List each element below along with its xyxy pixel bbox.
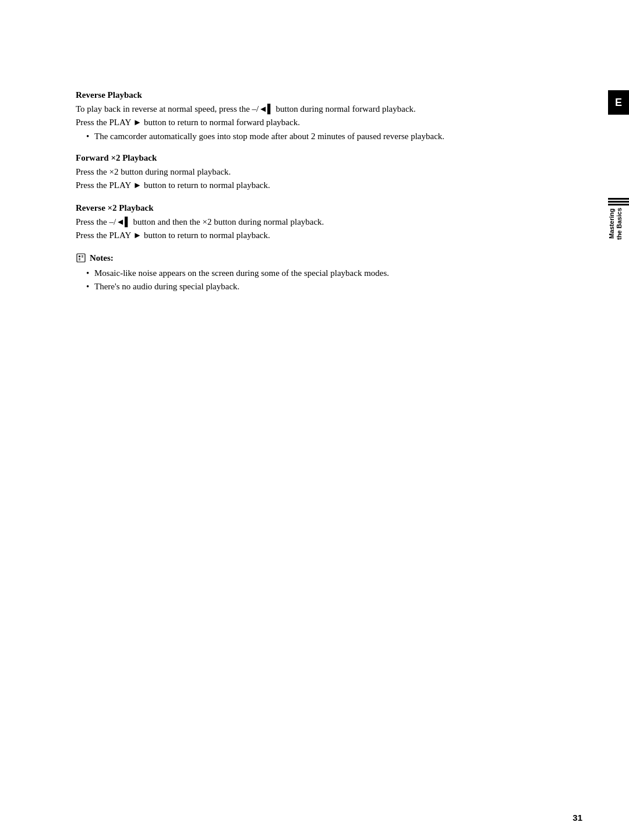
section-forward-x2: Forward ×2 Playback Press the ×2 button … bbox=[76, 153, 518, 193]
side-label-text: Masteringthe Basics bbox=[608, 208, 629, 240]
section-title-forward-x2: Forward ×2 Playback bbox=[76, 153, 518, 163]
notes-bullets: Mosaic-like noise appears on the screen … bbox=[86, 267, 518, 293]
section-body-reverse-x2: Press the –/◄▌ button and then the ×2 bu… bbox=[76, 215, 518, 243]
svg-rect-5 bbox=[82, 257, 83, 257]
page-content: Reverse Playback To play back in reverse… bbox=[76, 90, 518, 793]
reverse-x2-para1: Press the –/◄▌ button and then the ×2 bu… bbox=[76, 215, 518, 229]
section-reverse-playback: Reverse Playback To play back in reverse… bbox=[76, 90, 518, 143]
forward-x2-para1: Press the ×2 button during normal playba… bbox=[76, 165, 518, 179]
side-label-container: Masteringthe Basics bbox=[599, 198, 629, 240]
section-body-forward-x2: Press the ×2 button during normal playba… bbox=[76, 165, 518, 193]
side-decoration-lines bbox=[608, 198, 629, 205]
reverse-x2-para2: Press the PLAY ► button to return to nor… bbox=[76, 229, 518, 242]
tab-e: E bbox=[608, 90, 629, 115]
reverse-playback-para2: Press the PLAY ► button to return to nor… bbox=[76, 116, 518, 129]
notes-bullet1: Mosaic-like noise appears on the screen … bbox=[86, 267, 518, 280]
svg-rect-0 bbox=[77, 254, 85, 262]
notes-icon bbox=[76, 253, 86, 263]
svg-rect-1 bbox=[79, 256, 80, 257]
page-number: 31 bbox=[573, 813, 582, 823]
reverse-playback-bullet1: The camcorder automatically goes into st… bbox=[86, 130, 518, 143]
notes-bullet2: There's no audio during special playback… bbox=[86, 280, 518, 293]
section-body-reverse-playback: To play back in reverse at normal speed,… bbox=[76, 102, 518, 143]
notes-label: Notes: bbox=[90, 253, 114, 263]
notes-header: Notes: bbox=[76, 253, 518, 263]
tab-e-container: E bbox=[599, 90, 629, 115]
section-reverse-x2: Reverse ×2 Playback Press the –/◄▌ butto… bbox=[76, 203, 518, 243]
svg-rect-2 bbox=[79, 258, 80, 259]
svg-rect-3 bbox=[79, 260, 80, 260]
section-title-reverse-playback: Reverse Playback bbox=[76, 90, 518, 100]
reverse-playback-bullets: The camcorder automatically goes into st… bbox=[86, 130, 518, 143]
svg-rect-4 bbox=[82, 256, 83, 256]
section-title-reverse-x2: Reverse ×2 Playback bbox=[76, 203, 518, 213]
notes-section: Notes: Mosaic-like noise appears on the … bbox=[76, 253, 518, 293]
reverse-playback-para1: To play back in reverse at normal speed,… bbox=[76, 102, 518, 116]
forward-x2-para2: Press the PLAY ► button to return to nor… bbox=[76, 179, 518, 192]
